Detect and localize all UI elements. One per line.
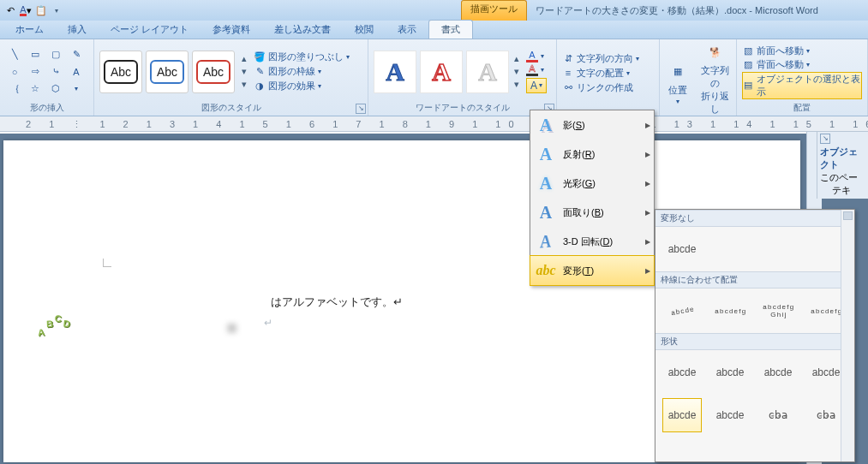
submenu-scrollbar[interactable]: [841, 210, 854, 461]
glow-icon: A: [536, 174, 556, 193]
shape-style-preset-3[interactable]: Abc: [192, 51, 235, 93]
shape-textbox-icon[interactable]: A: [67, 64, 86, 80]
quick-access-toolbar: ↶ A▾ 📋 ▾: [0, 3, 67, 17]
menu-item-glow[interactable]: A 光彩(G) ▶: [530, 169, 654, 198]
shape-rect-icon[interactable]: ▭: [26, 47, 45, 62]
send-backward-button[interactable]: ▨背面へ移動▾: [742, 58, 862, 71]
transform-warp-1[interactable]: abcde: [662, 355, 702, 390]
text-direction-button[interactable]: ⇵文字列の方向▾: [562, 52, 654, 65]
tab-insert[interactable]: 挿入: [56, 21, 99, 39]
transform-warp-3[interactable]: abcde: [758, 355, 798, 390]
shapes-gallery[interactable]: ╲ ▭ ▢ ✎ ○ ⇨ ⤷ A ｛ ☆ ⬡ ▾: [5, 47, 86, 97]
tab-format[interactable]: 書式: [428, 20, 473, 39]
gallery-expand-icon[interactable]: ▴▾▾: [242, 53, 247, 90]
text-fill-button[interactable]: A▾: [526, 51, 547, 62]
group-label-shape-styles: 図形のスタイル: [99, 102, 362, 116]
shape-line-icon[interactable]: ╲: [5, 47, 24, 62]
position-button[interactable]: ▦ 位置▾: [665, 61, 691, 105]
tab-references[interactable]: 参考資料: [201, 21, 262, 39]
horizontal-ruler[interactable]: 2 1 ⋮ 1 2 1 3 1 4 1 5 1 6 1 7 1 8 1 9 1 …: [0, 116, 868, 132]
transform-follow-3[interactable]: a b c d e f g G h i j: [758, 294, 798, 328]
font-color-icon[interactable]: A▾: [19, 3, 33, 17]
menu-item-3d-rotation[interactable]: A 3-D 回転(D) ▶: [530, 227, 654, 256]
contextual-tab-label: 描画ツール: [461, 0, 527, 21]
tab-view[interactable]: 表示: [386, 21, 428, 39]
bring-forward-button[interactable]: ▧前面へ移動▾: [742, 45, 862, 57]
wordart-preset-2[interactable]: A: [420, 51, 463, 93]
gallery-expand-icon[interactable]: ▴▾▾: [514, 53, 519, 90]
shape-star-icon[interactable]: ☆: [26, 81, 45, 97]
shadow-icon: A: [536, 116, 556, 134]
text-effects-button[interactable]: A▾: [526, 78, 547, 93]
scrollbar-thumb[interactable]: [843, 211, 853, 220]
group-text: ⇵文字列の方向▾ ≡文字の配置▾ ⚯リンクの作成: [557, 39, 660, 116]
transform-warp-7[interactable]: c̵b̵a̵: [758, 398, 798, 432]
group-label-insert-shapes: 形の挿入: [5, 102, 88, 116]
text-align-button[interactable]: ≡文字の配置▾: [562, 67, 654, 80]
group-insert-shapes: ╲ ▭ ▢ ✎ ○ ⇨ ⤷ A ｛ ☆ ⬡ ▾ 形の挿入: [0, 39, 94, 116]
submenu-arrow-icon: ▶: [645, 122, 650, 129]
shape-hex-icon[interactable]: ⬡: [46, 81, 65, 97]
create-link-button[interactable]: ⚯リンクの作成: [562, 81, 654, 94]
text-outline-button[interactable]: A▾: [526, 64, 547, 76]
ribbon-tabs: ホーム 挿入 ページ レイアウト 参考資料 差し込み文書 校閲 表示 書式: [0, 21, 868, 39]
wordart-preset-3[interactable]: A: [466, 51, 509, 93]
paragraph-text[interactable]: はアルファベットです。↵: [271, 294, 403, 310]
shape-effects-button[interactable]: ◑図形の効果▾: [254, 80, 350, 92]
shape-arrow-icon[interactable]: ⇨: [26, 64, 45, 80]
shape-edit-icon[interactable]: ✎: [67, 47, 86, 62]
gallery-more-icon[interactable]: ▾: [67, 81, 86, 97]
shape-chevron-icon[interactable]: ⤷: [46, 64, 65, 80]
selection-pane[interactable]: ↘ オブジェクト このペー テキ: [817, 132, 868, 199]
wrap-text-button[interactable]: 🐕 文字列の 折り返し▾: [699, 41, 731, 124]
transform-follow-1[interactable]: a b c d e: [662, 294, 702, 328]
dialog-launcher-icon[interactable]: ↘: [356, 104, 366, 114]
selection-pane-title: オブジェクト: [820, 146, 865, 171]
tab-review[interactable]: 校閲: [343, 21, 386, 39]
wordart-preset-1[interactable]: A: [374, 51, 416, 93]
link-icon: ⚯: [562, 81, 574, 93]
text-outline-icon: A: [526, 64, 538, 76]
transform-warp-5[interactable]: abcde: [662, 398, 702, 432]
bucket-icon: 🪣: [254, 51, 266, 63]
ribbon: ╲ ▭ ▢ ✎ ○ ⇨ ⤷ A ｛ ☆ ⬡ ▾ 形の挿入 Abc Abc Abc…: [0, 39, 868, 116]
section-header-none: 変形なし: [655, 210, 854, 227]
text-align-icon: ≡: [562, 67, 574, 79]
menu-item-transform[interactable]: abc 変形(T) ▶: [530, 255, 655, 286]
shape-brace-icon[interactable]: ｛: [5, 81, 24, 97]
shape-fill-button[interactable]: 🪣図形の塗りつぶし▾: [254, 51, 350, 63]
transform-none[interactable]: abcde: [662, 232, 702, 266]
transform-follow-2[interactable]: a b c d e f g: [710, 294, 750, 328]
group-label-wordart: ワードアートのスタイル: [374, 102, 551, 116]
shape-roundrect-icon[interactable]: ▢: [46, 47, 65, 62]
qat-customize-icon[interactable]: ▾: [50, 3, 63, 17]
tab-layout[interactable]: ページ レイアウト: [99, 21, 201, 39]
group-arrange: ▧前面へ移動▾ ▨背面へ移動▾ ▤オブジェクトの選択と表示 配置: [737, 39, 868, 116]
menu-item-bevel[interactable]: A 面取り(B) ▶: [530, 198, 654, 227]
shape-outline-button[interactable]: ✎図形の枠線▾: [254, 65, 350, 78]
ruler-ticks: 2 1 ⋮ 1 2 1 3 1 4 1 5 1 6 1 7 1 8 1 9 1 …: [26, 119, 868, 130]
transform-warp-6[interactable]: abcde: [710, 398, 750, 432]
text-effects-menu: A 影(S) ▶ A 反射(R) ▶ A 光彩(G) ▶ A 面取り(B) ▶ …: [530, 110, 655, 286]
anchor-icon: [103, 259, 111, 267]
shape-style-list: 🪣図形の塗りつぶし▾ ✎図形の枠線▾ ◑図形の効果▾: [254, 51, 350, 92]
selection-pane-button[interactable]: ▤オブジェクトの選択と表示: [742, 72, 862, 99]
shape-style-preset-2[interactable]: Abc: [146, 51, 189, 93]
submenu-arrow-icon: ▶: [645, 209, 650, 217]
bevel-icon: A: [536, 203, 556, 222]
tab-mailings[interactable]: 差し込み文書: [262, 21, 343, 39]
selection-pane-launcher-icon[interactable]: ↘: [820, 134, 830, 144]
rotation-3d-icon: A: [536, 230, 554, 252]
paste-icon[interactable]: 📋: [34, 3, 48, 17]
menu-item-shadow[interactable]: A 影(S) ▶: [530, 110, 654, 140]
tab-home[interactable]: ホーム: [3, 21, 56, 39]
undo-icon[interactable]: ↶: [3, 3, 17, 17]
shape-style-preset-1[interactable]: Abc: [99, 51, 142, 93]
reflection-icon: A: [536, 145, 556, 164]
selection-pane-icon: ▤: [743, 80, 754, 92]
menu-item-reflection[interactable]: A 反射(R) ▶: [530, 140, 654, 169]
wordart-object[interactable]: ABCD ■: [38, 277, 72, 336]
wrap-icon: 🐕: [703, 41, 728, 63]
transform-warp-2[interactable]: abcde: [710, 355, 750, 390]
shape-oval-icon[interactable]: ○: [5, 64, 24, 80]
